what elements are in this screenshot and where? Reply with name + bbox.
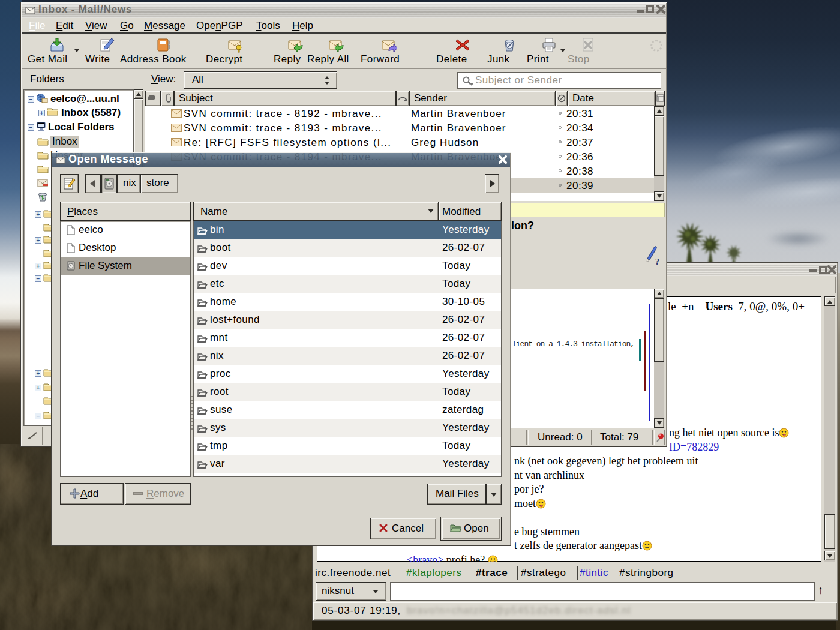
- svg-text:?: ?: [655, 257, 659, 266]
